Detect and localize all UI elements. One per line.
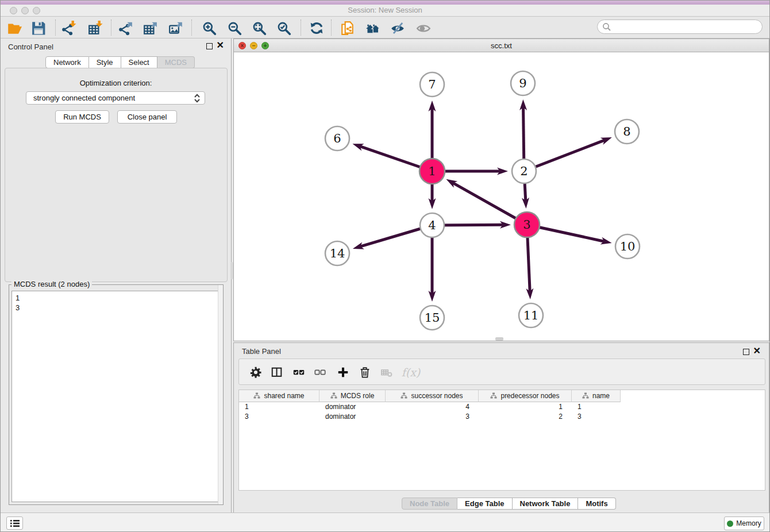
show-all-icon[interactable] xyxy=(415,20,431,36)
cell-shared-name[interactable]: 3 xyxy=(239,412,319,422)
tab-motifs[interactable]: Motifs xyxy=(578,498,615,510)
network-view-window: × – + scc.txt 7968124314101511 xyxy=(233,38,769,341)
import-table-icon[interactable] xyxy=(87,20,103,36)
cell-name[interactable]: 1 xyxy=(572,402,621,412)
gear-icon[interactable] xyxy=(249,365,263,379)
optimization-criterion-dropdown[interactable]: strongly connected component xyxy=(26,91,205,105)
svg-text:7: 7 xyxy=(428,78,436,91)
control-panel: Control Panel ✕ NetworkStyleSelectMCDS O… xyxy=(1,38,232,512)
tab-select[interactable]: Select xyxy=(121,56,157,68)
svg-text:11: 11 xyxy=(523,309,539,322)
cell-MCDS-role[interactable]: dominator xyxy=(319,412,386,422)
close-panel-button[interactable]: Close panel xyxy=(117,110,177,124)
graph-node-10[interactable]: 10 xyxy=(615,234,640,259)
graph-node-6[interactable]: 6 xyxy=(325,126,349,151)
graph-node-11[interactable]: 11 xyxy=(519,303,543,327)
column-header-successor-nodes[interactable]: successor nodes xyxy=(386,390,479,402)
open-file-icon[interactable] xyxy=(6,20,22,36)
cell-predecessor-nodes[interactable]: 2 xyxy=(479,412,572,422)
graph-node-7[interactable]: 7 xyxy=(420,72,444,97)
apply-layout-icon[interactable] xyxy=(309,20,324,36)
memory-status-icon xyxy=(727,521,733,527)
column-header-predecessor-nodes[interactable]: predecessor nodes xyxy=(479,390,572,402)
column-header-shared-name[interactable]: shared name xyxy=(239,390,319,402)
export-network-icon[interactable] xyxy=(118,20,133,36)
node-table: shared nameMCDS rolesuccessor nodesprede… xyxy=(238,390,765,491)
run-mcds-button[interactable]: Run MCDS xyxy=(55,110,109,124)
tab-mcds[interactable]: MCDS xyxy=(157,56,195,68)
cell-name[interactable]: 3 xyxy=(572,412,621,422)
svg-text:10: 10 xyxy=(620,240,636,253)
graph-node-8[interactable]: 8 xyxy=(615,119,639,144)
window-title: Session: New Session xyxy=(1,6,769,14)
clone-network-icon[interactable] xyxy=(340,20,355,36)
hierarchy-icon xyxy=(330,392,337,399)
delete-column-icon[interactable] xyxy=(358,365,372,379)
control-panel-tabs: NetworkStyleSelectMCDS xyxy=(45,56,195,68)
zoom-out-icon[interactable] xyxy=(226,20,242,36)
edge-2-8[interactable] xyxy=(524,137,612,171)
cell-MCDS-role[interactable]: dominator xyxy=(319,402,386,412)
float-table-panel-icon[interactable] xyxy=(743,349,749,355)
export-table-icon[interactable] xyxy=(143,20,158,36)
tab-edge-table[interactable]: Edge Table xyxy=(457,498,512,510)
column-header-MCDS-role[interactable]: MCDS role xyxy=(319,390,386,402)
svg-text:15: 15 xyxy=(425,311,440,325)
close-table-panel-icon[interactable]: ✕ xyxy=(753,346,761,356)
titlebar[interactable]: Session: New Session xyxy=(1,5,769,17)
add-column-icon[interactable] xyxy=(336,365,350,379)
tab-style[interactable]: Style xyxy=(89,56,121,68)
table-row[interactable]: 1dominator411 xyxy=(239,402,621,412)
canvas-hscroll-thumb[interactable] xyxy=(495,337,503,341)
task-history-button[interactable] xyxy=(6,516,23,530)
toolbar-separator xyxy=(301,20,301,36)
table-row[interactable]: 3dominator323 xyxy=(239,412,621,422)
mcds-result-textarea[interactable]: 1 3 xyxy=(11,291,221,502)
zoom-in-icon[interactable] xyxy=(201,20,217,36)
dropdown-value: strongly connected component xyxy=(33,94,135,102)
hierarchy-icon xyxy=(401,392,407,399)
cell-successor-nodes[interactable]: 4 xyxy=(386,402,479,412)
export-image-icon[interactable] xyxy=(168,20,183,36)
tab-network[interactable]: Network xyxy=(45,56,89,68)
column-chooser-icon[interactable] xyxy=(270,365,284,379)
select-all-icon[interactable] xyxy=(292,365,306,379)
search-input[interactable] xyxy=(614,21,757,33)
close-panel-icon[interactable]: ✕ xyxy=(217,40,224,51)
zoom-fit-icon[interactable] xyxy=(251,20,267,36)
deselect-all-icon[interactable] xyxy=(313,365,327,379)
graph-node-15[interactable]: 15 xyxy=(420,306,444,330)
first-neighbors-icon[interactable] xyxy=(365,20,380,36)
cell-shared-name[interactable]: 1 xyxy=(239,402,319,412)
save-session-icon[interactable] xyxy=(30,20,46,36)
cell-successor-nodes[interactable]: 3 xyxy=(386,412,479,422)
graph-node-4[interactable]: 4 xyxy=(420,213,444,237)
cell-predecessor-nodes[interactable]: 1 xyxy=(479,402,572,412)
graph-node-2[interactable]: 2 xyxy=(512,159,536,183)
graph-node-1[interactable]: 1 xyxy=(419,159,445,184)
graph-node-3[interactable]: 3 xyxy=(514,212,540,237)
tab-node-table[interactable]: Node Table xyxy=(402,498,457,510)
svg-text:9: 9 xyxy=(519,76,526,90)
table-toolbar: f(x) xyxy=(238,358,765,385)
panel-divider-handle[interactable] xyxy=(230,262,233,279)
svg-text:1: 1 xyxy=(428,164,436,178)
main-toolbar xyxy=(1,17,769,38)
hide-selected-icon[interactable] xyxy=(390,20,405,36)
hierarchy-icon xyxy=(490,392,497,399)
float-panel-icon[interactable] xyxy=(206,43,213,49)
result-scrollbar[interactable] xyxy=(218,285,223,504)
graph-node-9[interactable]: 9 xyxy=(511,71,535,95)
search-box[interactable] xyxy=(597,20,763,34)
network-window-titlebar[interactable]: × – + scc.txt xyxy=(234,39,769,52)
import-network-icon[interactable] xyxy=(61,20,76,36)
search-icon xyxy=(602,22,611,32)
edge-3-1[interactable] xyxy=(446,179,527,225)
memory-button[interactable]: Memory xyxy=(724,516,764,530)
network-canvas[interactable]: 7968124314101511 xyxy=(234,52,769,341)
graph-node-14[interactable]: 14 xyxy=(325,241,349,265)
tab-network-table[interactable]: Network Table xyxy=(513,498,579,510)
mcds-result-title: MCDS result (2 nodes) xyxy=(11,280,92,288)
zoom-selected-icon[interactable] xyxy=(276,20,291,36)
column-header-name[interactable]: name xyxy=(572,390,621,402)
